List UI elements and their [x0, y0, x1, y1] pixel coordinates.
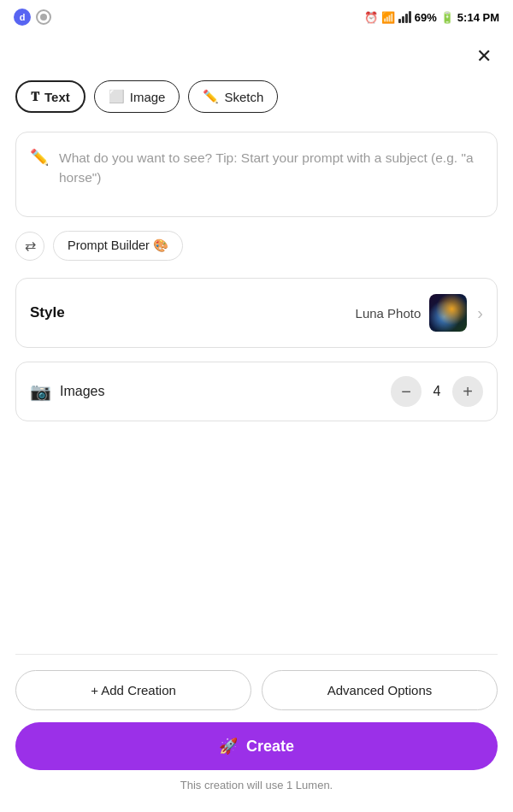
tab-sketch[interactable]: ✏️ Sketch	[188, 80, 278, 113]
create-button[interactable]: 🚀 Create	[15, 722, 498, 770]
image-count-value: 4	[422, 384, 452, 399]
shuffle-button[interactable]: ⇄	[15, 232, 44, 261]
prompt-pencil-icon: ✏️	[30, 148, 49, 167]
sketch-tab-icon: ✏️	[203, 89, 219, 104]
tab-text[interactable]: 𝐓 Text	[15, 80, 86, 113]
create-label: Create	[246, 738, 294, 756]
close-icon: ✕	[476, 45, 492, 68]
style-card[interactable]: Style Luna Photo ›	[15, 278, 498, 348]
camera-icon: 📷	[30, 381, 51, 402]
image-count-stepper: − 4 +	[391, 376, 483, 407]
add-creation-button[interactable]: + Add Creation	[15, 670, 251, 710]
battery-icon: 🔋	[440, 11, 454, 24]
add-creation-label: + Add Creation	[91, 683, 176, 697]
status-bar: d ⏰ 📶 69% 🔋 5:14 PM	[0, 0, 513, 31]
discord-icon: d	[14, 9, 31, 26]
divider	[15, 654, 498, 655]
advanced-options-button[interactable]: Advanced Options	[262, 670, 498, 710]
bottom-actions-row: + Add Creation Advanced Options	[15, 670, 498, 710]
decrement-button[interactable]: −	[391, 376, 422, 407]
time: 5:14 PM	[457, 11, 499, 24]
prompt-builder-label: Prompt Builder 🎨	[68, 238, 168, 253]
create-rocket-icon: 🚀	[219, 737, 238, 756]
prompt-builder-row: ⇄ Prompt Builder 🎨	[15, 231, 498, 261]
tab-image-label: Image	[130, 90, 166, 104]
close-button[interactable]: ✕	[470, 43, 498, 70]
text-tab-icon: 𝐓	[31, 89, 39, 104]
recording-indicator	[36, 9, 51, 25]
shuffle-icon: ⇄	[25, 238, 36, 254]
prompt-builder-button[interactable]: Prompt Builder 🎨	[53, 231, 183, 261]
tab-text-label: Text	[44, 90, 70, 104]
battery-percent: 69%	[415, 11, 437, 24]
style-label: Style	[30, 304, 356, 321]
style-value: Luna Photo	[356, 306, 422, 321]
tab-switcher: 𝐓 Text ⬜ Image ✏️ Sketch	[15, 80, 498, 113]
style-thumbnail	[429, 294, 467, 332]
tab-sketch-label: Sketch	[224, 90, 263, 104]
prompt-box[interactable]: ✏️ What do you want to see? Tip: Start y…	[15, 132, 498, 217]
bottom-section: + Add Creation Advanced Options 🚀 Create…	[0, 654, 513, 812]
increment-button[interactable]: +	[452, 376, 483, 407]
wifi-icon: 📶	[381, 11, 395, 24]
advanced-options-label: Advanced Options	[327, 683, 433, 697]
images-label: Images	[60, 384, 391, 399]
lumen-info: This creation will use 1 Lumen.	[15, 779, 498, 791]
image-tab-icon: ⬜	[109, 89, 125, 104]
status-left: d	[14, 9, 51, 26]
main-content: 𝐓 Text ⬜ Image ✏️ Sketch ✏️ What do you …	[0, 80, 513, 421]
style-chevron-icon: ›	[477, 303, 483, 323]
tab-image[interactable]: ⬜ Image	[94, 80, 180, 113]
signal-bars	[398, 11, 411, 23]
prompt-placeholder: What do you want to see? Tip: Start your…	[59, 150, 474, 185]
alarm-icon: ⏰	[364, 11, 378, 24]
images-card: 📷 Images − 4 +	[15, 362, 498, 421]
status-right: ⏰ 📶 69% 🔋 5:14 PM	[364, 11, 499, 24]
